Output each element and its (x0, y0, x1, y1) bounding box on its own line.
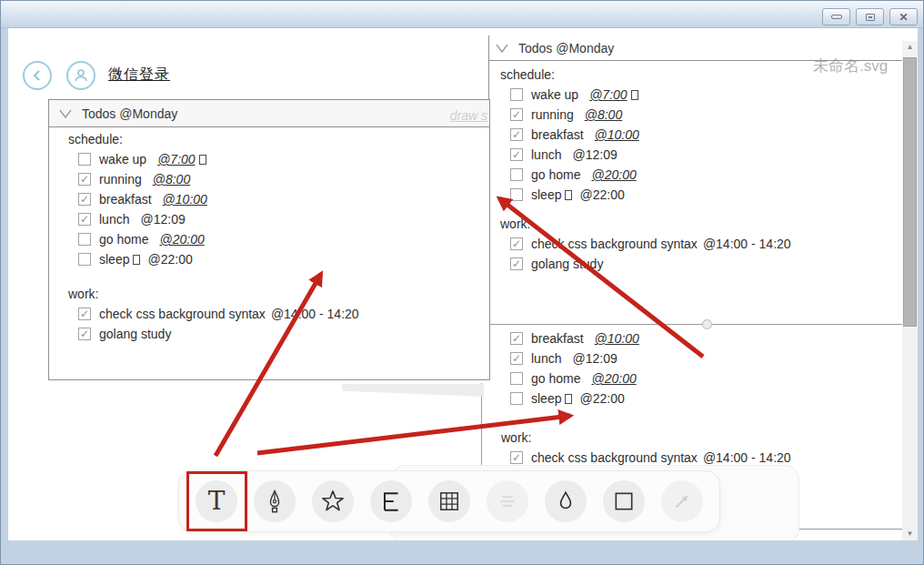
back-button[interactable] (23, 61, 52, 90)
todo-time: @12:09 (572, 147, 617, 162)
checkbox[interactable]: ✓ (510, 128, 523, 141)
checkbox[interactable]: ✓ (510, 148, 523, 161)
todo-time: @10:00 (595, 127, 639, 142)
scroll-down-arrow[interactable]: ▼ (902, 528, 918, 540)
todo-time: @12:09 (572, 351, 617, 366)
todo-time: @14:00 - 14:20 (271, 307, 359, 321)
todo-label: golang study (531, 257, 603, 271)
todo-panel-left[interactable]: Todos @Monday draw s schedule: wake up@7… (48, 99, 490, 380)
todo-label: check css background syntax (99, 307, 266, 321)
todo-row: sleep@22:00 (500, 185, 909, 205)
todo-label: check css background syntax (531, 237, 698, 251)
todo-label: sleep (531, 187, 561, 202)
grid-icon (437, 489, 461, 513)
todo-panel-bottom[interactable]: ✓breakfast@10:00 ✓lunch@12:09 go home@20… (481, 326, 909, 488)
todo-row: go home@20:00 (481, 368, 909, 388)
todo-row: ✓breakfast@10:00 (500, 125, 909, 145)
todo-row: ✓running@8:00 (500, 105, 909, 125)
checkbox[interactable] (510, 188, 523, 201)
todo-time: @22:00 (579, 391, 624, 406)
checkbox[interactable] (510, 88, 523, 101)
checkbox[interactable]: ✓ (510, 108, 523, 121)
user-button[interactable] (66, 61, 95, 90)
scroll-up-arrow[interactable]: ▲ (902, 41, 918, 54)
checkbox[interactable] (510, 392, 523, 405)
user-icon (73, 67, 89, 84)
stroke-tool-button[interactable] (370, 480, 412, 522)
grid-tool-button[interactable] (428, 480, 470, 522)
shadow-shape (342, 384, 484, 397)
align-lines-tool-button[interactable] (487, 480, 528, 522)
todo-label: lunch (531, 351, 561, 366)
todo-label: breakfast (531, 331, 584, 346)
checkbox[interactable] (78, 253, 91, 266)
section-heading: work: (481, 428, 909, 448)
todo-label: lunch (531, 147, 561, 162)
todo-time: @22:00 (147, 252, 192, 267)
section-heading: work: (68, 284, 489, 304)
todo-label: breakfast (531, 127, 584, 142)
checkbox[interactable]: ✓ (510, 257, 523, 270)
todo-label: go home (531, 167, 580, 182)
checkbox[interactable]: ✓ (78, 173, 91, 186)
checkbox[interactable] (78, 153, 91, 166)
window-titlebar: ✕ (1, 1, 924, 28)
todo-row: wake up@7:00 (500, 85, 909, 105)
element-divider-line (489, 324, 909, 325)
checkbox[interactable] (510, 168, 523, 181)
todo-label: golang study (99, 327, 171, 341)
checkbox[interactable]: ✓ (510, 237, 523, 250)
drawing-canvas[interactable]: 微信登录 未命名.svg Todos @Monday schedule: wak… (8, 28, 918, 540)
todo-time: @22:00 (579, 187, 624, 202)
pen-nib-icon (263, 489, 286, 513)
checkbox[interactable]: ✓ (510, 332, 523, 345)
missing-glyph-box (199, 155, 206, 165)
wechat-login-link[interactable]: 微信登录 (108, 66, 170, 85)
missing-glyph-box (565, 394, 572, 404)
todo-row: go home@20:00 (500, 165, 909, 185)
checkbox[interactable]: ✓ (78, 308, 91, 320)
panel-header[interactable]: Todos @Monday draw s (49, 100, 489, 127)
vertical-scrollbar[interactable]: ▲ ▼ (902, 41, 918, 540)
missing-glyph-box (133, 255, 140, 265)
checkbox[interactable]: ✓ (510, 451, 523, 464)
chevron-down-icon (495, 43, 509, 54)
todo-row: ✓breakfast@10:00 (68, 189, 489, 209)
section-heading: schedule: (500, 65, 909, 85)
missing-glyph-box (565, 190, 572, 200)
todo-label: go home (531, 371, 580, 386)
todo-row: ✓lunch@12:09 (500, 145, 909, 165)
rectangle-tool-button[interactable] (603, 480, 645, 522)
rectangle-icon (612, 489, 636, 513)
todo-row: sleep@22:00 (481, 388, 909, 409)
line-arrow-tool-button[interactable] (661, 480, 703, 522)
pen-tool-button[interactable] (254, 480, 296, 522)
vertical-scroll-thumb[interactable] (903, 57, 917, 327)
todo-row: ✓lunch@12:09 (481, 348, 909, 368)
resize-handle-circle[interactable] (702, 319, 712, 329)
minimize-button[interactable] (822, 8, 850, 25)
checkbox[interactable]: ✓ (78, 328, 91, 340)
close-button[interactable]: ✕ (889, 8, 918, 25)
checkbox[interactable]: ✓ (78, 193, 91, 206)
panel-header[interactable]: Todos @Monday (489, 35, 909, 61)
star-tool-button[interactable] (312, 480, 354, 522)
todo-label: wake up (531, 87, 578, 102)
selected-tool-highlight (186, 471, 247, 531)
todo-label: sleep (531, 391, 561, 406)
checkbox[interactable]: ✓ (78, 213, 91, 226)
minimize-icon (831, 15, 842, 19)
todo-time: @8:00 (153, 172, 190, 187)
todo-time: @7:00 (157, 152, 209, 166)
chevron-left-icon (30, 68, 45, 83)
draw-hint-text: draw s (450, 108, 487, 123)
todo-row: wake up@7:00 (68, 149, 489, 169)
checkbox[interactable]: ✓ (510, 352, 523, 365)
todo-time: @10:00 (595, 331, 639, 346)
checkbox[interactable] (510, 372, 523, 385)
checkbox[interactable] (78, 233, 91, 246)
droplet-tool-button[interactable] (545, 480, 587, 522)
maximize-button[interactable] (856, 8, 884, 25)
todo-label: running (531, 107, 574, 122)
todo-panel-right[interactable]: Todos @Monday schedule: wake up@7:00 ✓ru… (488, 35, 909, 324)
